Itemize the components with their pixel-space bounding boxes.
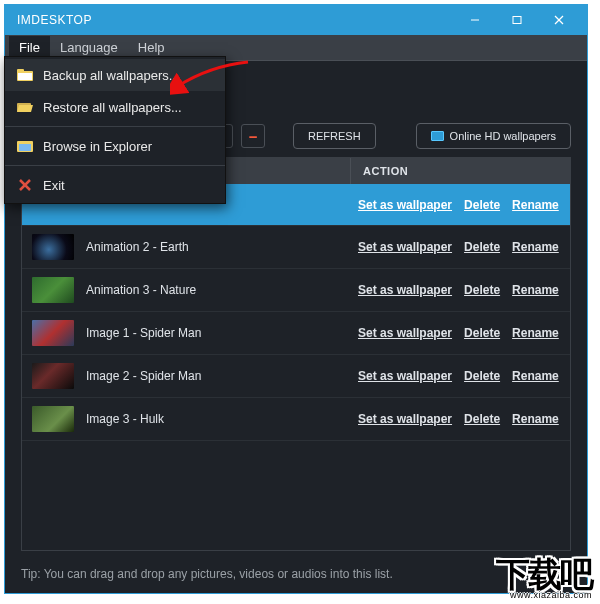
action-set[interactable]: Set as wallpaper	[358, 198, 452, 212]
svg-rect-5	[17, 69, 24, 73]
header-action: ACTION	[350, 158, 570, 184]
action-delete[interactable]: Delete	[464, 369, 500, 383]
action-delete[interactable]: Delete	[464, 412, 500, 426]
table-row[interactable]: Animation 3 - NatureSet as wallpaperDele…	[22, 269, 570, 312]
remove-button[interactable]: −	[241, 124, 265, 148]
wallpaper-label: Animation 3 - Nature	[86, 283, 196, 297]
window-controls	[455, 8, 579, 32]
wallpaper-thumbnail	[32, 277, 74, 303]
explorer-icon	[17, 138, 33, 154]
minimize-button[interactable]	[455, 8, 495, 32]
menu-exit[interactable]: Exit	[5, 169, 225, 201]
action-rename[interactable]: Rename	[512, 369, 559, 383]
action-rename[interactable]: Rename	[512, 283, 559, 297]
action-set[interactable]: Set as wallpaper	[358, 369, 452, 383]
action-set[interactable]: Set as wallpaper	[358, 326, 452, 340]
watermark-sub: www.xiazaiba.com	[496, 591, 592, 600]
table-row[interactable]: Image 2 - Spider ManSet as wallpaperDele…	[22, 355, 570, 398]
wallpaper-thumbnail	[32, 406, 74, 432]
close-icon	[17, 177, 33, 193]
action-set[interactable]: Set as wallpaper	[358, 283, 452, 297]
menu-item-label: Backup all wallpapers...	[43, 68, 180, 83]
wallpaper-thumbnail	[32, 363, 74, 389]
menu-item-label: Browse in Explorer	[43, 139, 152, 154]
maximize-button[interactable]	[497, 8, 537, 32]
action-delete[interactable]: Delete	[464, 240, 500, 254]
table-row[interactable]: Animation 2 - EarthSet as wallpaperDelet…	[22, 226, 570, 269]
action-rename[interactable]: Rename	[512, 198, 559, 212]
wallpaper-label: Image 1 - Spider Man	[86, 326, 201, 340]
action-rename[interactable]: Rename	[512, 412, 559, 426]
table-row[interactable]: Image 1 - Spider ManSet as wallpaperDele…	[22, 312, 570, 355]
monitor-icon	[431, 131, 444, 141]
table-row[interactable]: Image 3 - HulkSet as wallpaperDeleteRena…	[22, 398, 570, 441]
svg-rect-9	[19, 144, 31, 151]
action-rename[interactable]: Rename	[512, 326, 559, 340]
tip-text: Tip: You can drag and drop any pictures,…	[21, 567, 393, 581]
action-set[interactable]: Set as wallpaper	[358, 240, 452, 254]
menu-item-label: Restore all wallpapers...	[43, 100, 182, 115]
menu-item-label: Exit	[43, 178, 65, 193]
action-set[interactable]: Set as wallpaper	[358, 412, 452, 426]
watermark-main: 下载吧	[496, 555, 592, 593]
action-delete[interactable]: Delete	[464, 283, 500, 297]
action-delete[interactable]: Delete	[464, 198, 500, 212]
menu-browse-explorer[interactable]: Browse in Explorer	[5, 130, 225, 162]
annotation-arrow-icon	[170, 58, 250, 98]
svg-rect-1	[513, 17, 521, 24]
online-wallpapers-button[interactable]: Online HD wallpapers	[416, 123, 571, 149]
app-title: IMDESKTOP	[17, 13, 92, 27]
refresh-label: REFRESH	[308, 130, 361, 142]
wallpaper-label: Image 3 - Hulk	[86, 412, 164, 426]
menu-separator	[5, 165, 225, 166]
menu-separator	[5, 126, 225, 127]
folder-open-icon	[17, 99, 33, 115]
online-label: Online HD wallpapers	[450, 130, 556, 142]
titlebar: IMDESKTOP	[5, 5, 587, 35]
refresh-button[interactable]: REFRESH	[293, 123, 376, 149]
action-delete[interactable]: Delete	[464, 326, 500, 340]
folder-icon	[17, 67, 33, 83]
wallpaper-label: Animation 2 - Earth	[86, 240, 189, 254]
wallpaper-thumbnail	[32, 320, 74, 346]
table-body: Set as wallpaperDeleteRenameAnimation 2 …	[22, 184, 570, 441]
wallpaper-label: Image 2 - Spider Man	[86, 369, 201, 383]
wallpaper-thumbnail	[32, 234, 74, 260]
close-button[interactable]	[539, 8, 579, 32]
wallpaper-table: ACTION Set as wallpaperDeleteRenameAnima…	[21, 157, 571, 551]
watermark: 下载吧 www.xiazaiba.com	[496, 557, 592, 600]
svg-rect-6	[18, 73, 32, 80]
action-rename[interactable]: Rename	[512, 240, 559, 254]
